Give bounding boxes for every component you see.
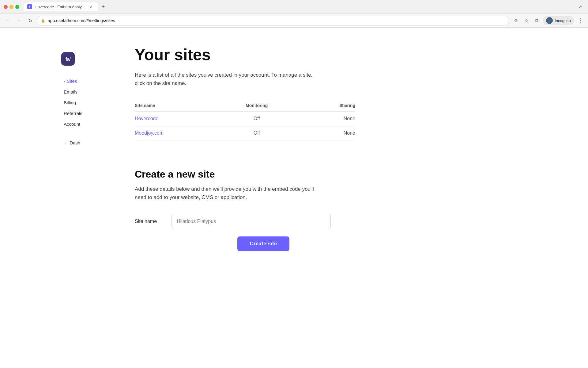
main-content: Your sites Here is a list of all the sit…	[123, 46, 368, 251]
page-description: Here is a list of all the sites you've c…	[135, 71, 318, 87]
col-site-name-header: Site name	[135, 100, 215, 111]
create-section-description: Add these details below and then we'll p…	[135, 185, 325, 201]
site-name-cell: Hovercode	[135, 111, 215, 126]
back-button[interactable]: ←	[4, 16, 12, 25]
create-button-row: Create site	[172, 236, 355, 251]
incognito-icon: 👤	[546, 17, 553, 24]
sidebar-nav: › Sites Emails Billing Referrals Account	[61, 77, 123, 128]
chevron-right-icon: ›	[64, 79, 65, 83]
create-section-title: Create a new site	[135, 169, 355, 180]
browser-chrome: f Hovercode - Fathom Analytics ✕ + ⤢ ← →…	[0, 0, 588, 28]
new-tab-button[interactable]: +	[99, 2, 107, 11]
sidebar-logo[interactable]: fa/	[61, 52, 75, 66]
moodjoy-monitoring: Off	[215, 126, 311, 140]
sidebar-item-sites-label: Sites	[67, 79, 77, 84]
more-button[interactable]: ⋮	[576, 16, 584, 25]
bookmark-button[interactable]: ☆	[522, 16, 531, 25]
browser-nav: ← → ↻ 🔒 app.usefathom.com/#/settings/sit…	[0, 13, 588, 27]
sidebar-item-emails[interactable]: Emails	[61, 87, 123, 96]
tab-search-button[interactable]: ⧉	[533, 16, 541, 25]
page-content: fa/ › Sites Emails Billing Referrals Acc…	[0, 28, 588, 270]
disable-icon[interactable]: ⊘	[512, 16, 520, 25]
forward-button[interactable]: →	[15, 16, 23, 25]
minimize-window-button[interactable]	[9, 5, 13, 9]
lock-icon: 🔒	[41, 18, 45, 23]
nav-actions: ⊘ ☆ ⧉ 👤 Incognito ⋮	[512, 16, 584, 25]
tab-bar: f Hovercode - Fathom Analytics ✕ +	[24, 2, 573, 11]
create-site-button[interactable]: Create site	[237, 236, 289, 251]
incognito-badge: 👤 Incognito	[543, 16, 574, 25]
col-sharing-header: Sharing	[311, 100, 355, 111]
table-row: Moodjoy.com Off None	[135, 126, 355, 140]
tab-favicon: f	[27, 4, 32, 9]
expand-button[interactable]: ⤢	[576, 2, 584, 11]
tab-title: Hovercode - Fathom Analytics	[35, 5, 86, 9]
tab-close-button[interactable]: ✕	[89, 4, 93, 9]
table-header-row: Site name Monitoring Sharing	[135, 100, 355, 111]
sidebar-item-account[interactable]: Account	[61, 120, 123, 128]
sidebar-divider: ← Dash	[61, 133, 123, 147]
col-monitoring-header: Monitoring	[215, 100, 311, 111]
sidebar-item-sites[interactable]: › Sites	[61, 77, 123, 86]
sidebar-item-emails-label: Emails	[64, 89, 77, 94]
sites-table: Site name Monitoring Sharing Hovercode O…	[135, 100, 355, 140]
browser-titlebar: f Hovercode - Fathom Analytics ✕ + ⤢	[0, 0, 588, 13]
incognito-label: Incognito	[555, 18, 571, 23]
url-text: app.usefathom.com/#/settings/sites	[48, 18, 505, 23]
site-name-label: Site name	[135, 219, 165, 224]
maximize-window-button[interactable]	[15, 5, 19, 9]
section-divider	[135, 153, 159, 153]
traffic-lights	[4, 5, 19, 9]
site-name-input[interactable]	[172, 214, 331, 229]
site-name-cell: Moodjoy.com	[135, 126, 215, 140]
moodjoy-sharing: None	[311, 126, 355, 140]
hovercode-monitoring: Off	[215, 111, 311, 126]
sidebar-item-billing-label: Billing	[64, 100, 76, 105]
sidebar-logo-text: fa/	[66, 56, 70, 62]
sidebar-item-billing[interactable]: Billing	[61, 98, 123, 107]
moodjoy-link[interactable]: Moodjoy.com	[135, 130, 164, 136]
table-row: Hovercode Off None	[135, 111, 355, 126]
sidebar: fa/ › Sites Emails Billing Referrals Acc…	[61, 46, 123, 251]
sidebar-item-referrals-label: Referrals	[64, 111, 82, 116]
hovercode-link[interactable]: Hovercode	[135, 116, 158, 121]
sidebar-back-button[interactable]: ← Dash	[61, 138, 123, 147]
sidebar-item-account-label: Account	[64, 121, 80, 127]
active-tab[interactable]: f Hovercode - Fathom Analytics ✕	[24, 2, 98, 11]
sidebar-back-label: ← Dash	[64, 140, 80, 145]
page-title: Your sites	[135, 46, 355, 63]
hovercode-sharing: None	[311, 111, 355, 126]
address-bar[interactable]: 🔒 app.usefathom.com/#/settings/sites	[37, 16, 509, 25]
sidebar-item-referrals[interactable]: Referrals	[61, 109, 123, 118]
reload-button[interactable]: ↻	[26, 16, 34, 25]
site-name-form-row: Site name	[135, 214, 355, 229]
close-window-button[interactable]	[4, 5, 8, 9]
